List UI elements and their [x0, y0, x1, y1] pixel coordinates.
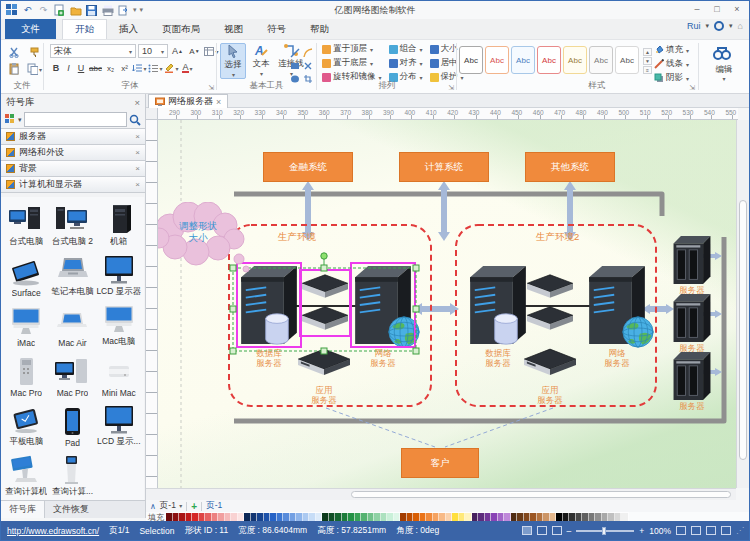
pan-window-icon[interactable]	[721, 526, 731, 535]
panel-tab-1[interactable]: 文件恢复	[45, 501, 97, 518]
page-dropdown[interactable]: 页-1 ▾	[160, 500, 182, 512]
normal-view-icon[interactable]	[522, 526, 532, 535]
tab-file[interactable]: 文件	[5, 19, 56, 39]
vertical-ruler[interactable]	[146, 120, 158, 488]
library-menu-icon[interactable]	[5, 114, 16, 125]
zoom-out-button[interactable]: –	[567, 526, 572, 536]
edit-menu-caret-icon[interactable]: ▾	[699, 75, 749, 82]
app-logo-icon[interactable]	[5, 4, 18, 17]
tab-view[interactable]: 视图	[212, 19, 255, 39]
panel-tab-0[interactable]: 符号库	[1, 501, 45, 518]
undo-icon[interactable]: ↶	[21, 4, 34, 17]
gear-icon[interactable]	[714, 21, 724, 31]
resize-grip[interactable]: ⋰	[736, 526, 743, 535]
switch-shape[interactable]	[527, 307, 573, 330]
symbol-item[interactable]: iMac	[3, 299, 49, 349]
zoom-slider-knob[interactable]	[602, 527, 606, 535]
fit-page-icon[interactable]	[691, 526, 701, 535]
bold-button[interactable]: B	[50, 61, 62, 75]
env2-label[interactable]: 生产环境2	[536, 231, 579, 244]
symbol-item[interactable]: 台式电脑	[3, 199, 49, 249]
symbol-item[interactable]: LCD 显示...	[96, 399, 142, 449]
subscript-button[interactable]: x₂	[104, 61, 117, 75]
system-box-compute[interactable]: 计算系统	[399, 152, 489, 182]
database-cylinder[interactable]	[495, 314, 518, 344]
user-menu[interactable]: Rui	[687, 21, 701, 31]
shadow-button[interactable]: 阴影▾	[654, 72, 689, 84]
tab-symbols[interactable]: 符号	[255, 19, 298, 39]
font-color-icon[interactable]: A▾	[180, 61, 195, 75]
system-box-other[interactable]: 其他系统	[525, 152, 615, 182]
symbol-item[interactable]: Mac Pro	[49, 349, 95, 399]
qat-more-icon[interactable]: ▾	[140, 6, 144, 14]
style-swatch[interactable]: Abc	[511, 46, 535, 74]
symbol-item[interactable]: 笔记本电脑	[49, 249, 95, 299]
gear-caret-icon[interactable]: ▾	[729, 22, 733, 30]
arrange-item[interactable]: 置于底层▾	[322, 56, 382, 70]
symbol-item[interactable]: 机箱	[96, 199, 142, 249]
tab-page-layout[interactable]: 页面布局	[150, 19, 212, 39]
italic-button[interactable]: I	[63, 61, 74, 75]
vertical-scrollbar-thumb[interactable]	[739, 200, 747, 460]
export-icon[interactable]	[117, 4, 130, 17]
qat-customize-icon[interactable]: ▾	[133, 6, 137, 14]
env1-label[interactable]: 生产环境	[278, 231, 316, 244]
category-0[interactable]: 服务器×	[1, 128, 145, 145]
superscript-button[interactable]: x²	[118, 61, 131, 75]
style-more-icon[interactable]: ≡	[643, 66, 652, 74]
switch-shape[interactable]	[527, 275, 573, 298]
style-swatch[interactable]: Abc	[485, 46, 509, 74]
document-tab[interactable]: 网络服务器 ×	[148, 94, 228, 108]
symbol-item[interactable]: Pad	[49, 399, 95, 449]
category-2[interactable]: 背景×	[1, 160, 145, 177]
page-tab[interactable]: 页-1	[206, 500, 222, 512]
symbol-item[interactable]: Mac电脑	[96, 299, 142, 349]
edrawsoft-link[interactable]: http://www.edrawsoft.cn/	[7, 526, 99, 536]
horizontal-scrollbar-thumb[interactable]	[351, 491, 731, 498]
cut-icon[interactable]	[7, 45, 22, 59]
line-tool-icon[interactable]	[289, 47, 301, 59]
arc-tool-icon[interactable]	[302, 47, 314, 59]
style-swatch[interactable]: Abc	[459, 46, 483, 74]
category-close-icon[interactable]: ×	[135, 132, 140, 141]
arrange-item[interactable]: 置于顶层▾	[322, 42, 382, 56]
style-scroll-up-icon[interactable]: ▲	[643, 48, 652, 56]
strikethrough-button[interactable]: abc	[88, 61, 103, 75]
line-spacing-icon[interactable]: ▾	[132, 61, 147, 75]
style-swatch[interactable]: Abc	[615, 46, 639, 74]
style-dialog-launcher-icon[interactable]: ⇲	[689, 84, 695, 92]
style-swatch[interactable]: Abc	[563, 46, 587, 74]
rack-server-shape[interactable]	[674, 352, 711, 400]
select-tool-button[interactable]: 选择▾	[220, 43, 246, 79]
style-swatch[interactable]: Abc	[537, 46, 561, 74]
database-cylinder[interactable]	[266, 314, 289, 344]
decrease-font-icon[interactable]: A▼	[187, 44, 202, 58]
vertical-scrollbar[interactable]	[736, 120, 749, 488]
paste-icon[interactable]	[7, 62, 22, 76]
tab-help[interactable]: 帮助	[298, 19, 341, 39]
symbol-search-input[interactable]	[24, 112, 127, 127]
open-folder-icon[interactable]	[69, 4, 82, 17]
rack-server-shape[interactable]	[674, 294, 711, 342]
arrange-item[interactable]: 对齐▾	[389, 56, 423, 70]
rectangle-tool-icon[interactable]	[289, 60, 301, 72]
horizontal-ruler[interactable]: 2903003103203303403503603703803904004104…	[158, 108, 738, 120]
symbol-item[interactable]: 平板电脑	[3, 399, 49, 449]
search-icon[interactable]	[129, 114, 141, 126]
font-size-select[interactable]: 10▾	[138, 44, 168, 58]
horizontal-scrollbar[interactable]	[146, 488, 736, 500]
category-close-icon[interactable]: ×	[135, 180, 140, 189]
fit-window-icon[interactable]	[676, 526, 686, 535]
arrange-item[interactable]: 组合▾	[389, 42, 423, 56]
zoom-level[interactable]: 100%	[649, 526, 671, 536]
top-bus-line[interactable]	[234, 194, 662, 216]
category-3[interactable]: 计算机和显示器×	[1, 176, 145, 193]
symbol-item[interactable]: Mac Pro	[3, 349, 49, 399]
page-view-icon[interactable]	[537, 526, 547, 535]
format-painter-icon[interactable]	[27, 45, 42, 59]
switch-shape[interactable]	[302, 275, 348, 298]
connect-point-tool-icon[interactable]	[302, 60, 314, 72]
print-icon[interactable]	[101, 4, 114, 17]
category-1[interactable]: 网络和外设×	[1, 144, 145, 161]
minimize-button[interactable]: –	[687, 1, 707, 17]
